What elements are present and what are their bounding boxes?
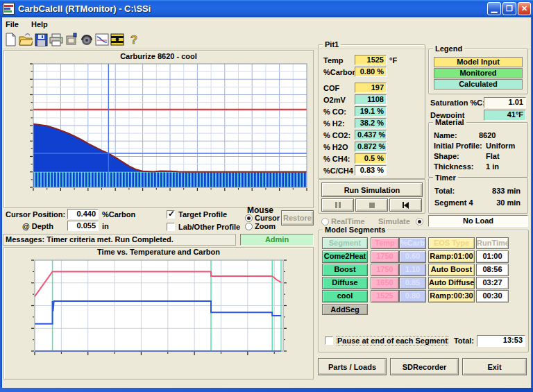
segment-row-runtime[interactable]: 08:56: [476, 264, 509, 276]
segment-row-carb[interactable]: 0.60: [399, 250, 426, 263]
segment-row-temp[interactable]: 1525: [371, 290, 399, 302]
segment-row-carb[interactable]: 1.10: [399, 264, 426, 276]
pit-ch4-field[interactable]: 0.5 %: [355, 153, 387, 164]
skip-to-start-button[interactable]: [389, 198, 422, 212]
pause-icon: [335, 202, 341, 208]
addseg-button[interactable]: AddSeg: [322, 304, 368, 315]
minimize-button[interactable]: ▁: [487, 2, 501, 15]
segment-row-temp[interactable]: 1750: [371, 250, 399, 263]
mouse-zoom-radio[interactable]: [245, 223, 253, 230]
segment-row-runtime[interactable]: 01:00: [476, 250, 509, 263]
pit-temp-field[interactable]: 1525: [355, 55, 387, 65]
exit-button[interactable]: Exit: [462, 358, 527, 375]
pit-cch4-field: 0.83 %: [355, 165, 387, 176]
segment-row-eos[interactable]: Auto Boost: [428, 264, 475, 276]
help-icon[interactable]: ?: [126, 32, 142, 47]
close-button[interactable]: ✕: [518, 2, 531, 15]
pit-cof-field[interactable]: 197: [355, 83, 387, 93]
realtime-label: RealTime: [331, 217, 365, 225]
pit-carbon-label: %Carbon: [323, 68, 357, 76]
admin-status-badge: Admin: [240, 234, 314, 246]
segment-row-temp[interactable]: 1750: [371, 264, 399, 276]
pause-segment-checkbox[interactable]: [325, 336, 333, 345]
segment-row-runtime[interactable]: 00:30: [476, 290, 509, 302]
segments-header-eos: EOS Type: [428, 237, 475, 249]
saturation-label: Saturation %C:: [430, 99, 485, 107]
cursor-position-label: Cursor Position:: [6, 210, 65, 219]
messages-bar: Messages: Timer criteria met. Run Comple…: [3, 234, 236, 246]
time-chart-title: Time vs. Temperature and Carbon: [4, 248, 313, 256]
segments-header-temp: Temp: [371, 237, 399, 249]
new-file-icon[interactable]: [3, 32, 19, 47]
target-profile-checkbox[interactable]: [167, 210, 175, 219]
segment-row-temp[interactable]: 1650: [371, 277, 399, 289]
segment-row-name[interactable]: cool: [322, 290, 368, 302]
segment-row-name[interactable]: Diffuse: [322, 277, 368, 289]
stop-button[interactable]: [355, 198, 388, 212]
material-group-label: Material: [433, 118, 466, 126]
pause-button[interactable]: [321, 198, 354, 212]
model-segments-group: Model Segments Segment Temp %Carb EOS Ty…: [318, 230, 529, 352]
legend-calculated: Calculated: [434, 79, 523, 90]
simulate-radio[interactable]: [416, 218, 423, 225]
segment-row-name[interactable]: Come2Heat: [322, 250, 368, 263]
pit-co-label: % CO:: [323, 108, 346, 116]
segments-header-runtime: RunTime: [476, 237, 509, 249]
time-chart-panel: Time vs. Temperature and Carbon: [3, 247, 314, 380]
title-bar[interactable]: CarbCalcII (RTMonitor) - C:\SSi: [0, 0, 533, 17]
parts-coil-icon[interactable]: [79, 32, 94, 47]
carbcalc-window: { "window": { "title": "CarbCalcII (RTMo…: [0, 0, 533, 392]
dewpoint-field: 41°F: [484, 110, 526, 121]
restore-button[interactable]: Restore: [281, 210, 314, 225]
run-simulation-button[interactable]: Run Simulation: [321, 182, 423, 197]
pit-cch4-label: %C/CH4: [323, 167, 353, 175]
print-icon[interactable]: [49, 32, 64, 47]
load-status-field: No Load: [428, 215, 528, 227]
menu-help[interactable]: Help: [31, 20, 48, 28]
segment-row-eos[interactable]: Auto Diffuse: [428, 277, 475, 289]
window-title: CarbCalcII (RTMonitor) - C:\SSi: [18, 3, 151, 14]
legend-model-input: Model Input: [434, 57, 523, 67]
pit-carbon-field[interactable]: 0.80 %: [355, 67, 387, 77]
sdrecorder-button[interactable]: SDRecorder: [390, 358, 459, 375]
time-temp-carbon-chart[interactable]: [4, 257, 314, 380]
skip-to-start-icon: [403, 202, 409, 209]
segment-row-name[interactable]: Boost: [322, 264, 368, 276]
timer-segment-label: Segment 4: [434, 198, 473, 207]
segment-row-carb[interactable]: 0.80: [399, 290, 426, 302]
lab-profile-checkbox[interactable]: [167, 223, 175, 231]
menu-file[interactable]: File: [6, 20, 19, 28]
material-thickness-label: Thickness:: [434, 162, 473, 171]
segment-row-eos[interactable]: Ramp:00:30: [428, 290, 475, 302]
maximize-button[interactable]: ❐: [502, 2, 516, 15]
save-icon[interactable]: [33, 32, 49, 47]
legend-group-label: Legend: [433, 44, 464, 53]
cursor-depth-field: 0.055: [67, 221, 99, 231]
segment-row-runtime[interactable]: 03:27: [476, 277, 509, 289]
material-profile-label: Initial Profile:: [434, 142, 482, 150]
segment-row-carb[interactable]: 0.85: [399, 277, 426, 289]
app-icon: [3, 3, 15, 15]
mouse-cursor-radio[interactable]: [245, 214, 253, 222]
profile-chart-icon[interactable]: [94, 32, 110, 47]
saturation-field: 1.01: [484, 97, 526, 108]
pit-o2mv-field: 1108: [355, 94, 387, 105]
open-folder-icon[interactable]: [18, 32, 33, 47]
carbon-profile-chart[interactable]: [4, 60, 314, 209]
pit-h2o-label: % H2O: [323, 143, 348, 151]
paste-box-icon[interactable]: [64, 32, 79, 47]
pause-segment-label: Pause at end of each Segment: [337, 336, 448, 345]
segments-header-carb: %Carb: [399, 237, 426, 249]
timer-group-label: Timer: [433, 173, 458, 182]
realtime-radio[interactable]: [321, 218, 329, 225]
pit-cof-label: COF: [323, 84, 339, 92]
cursor-carbon-field: 0.440: [67, 209, 99, 219]
segment-row-eos[interactable]: Ramp:01:00: [428, 250, 475, 263]
simulation-group: Run Simulation: [318, 179, 425, 214]
material-name-value: 8620: [479, 131, 496, 139]
furnace-icon[interactable]: [110, 32, 125, 47]
material-shape-value: Flat: [486, 152, 500, 160]
pit-h2o-field: 0.872 %: [355, 142, 387, 152]
parts-loads-button[interactable]: Parts / Loads: [318, 358, 387, 375]
model-segments-group-label: Model Segments: [323, 225, 387, 234]
